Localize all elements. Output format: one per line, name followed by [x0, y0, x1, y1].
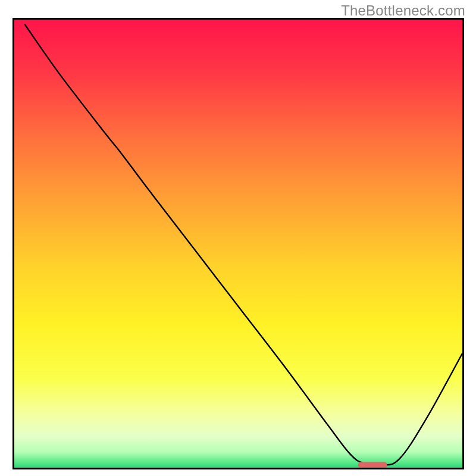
gradient-background [14, 20, 462, 468]
chart-svg [14, 20, 462, 468]
chart-area [12, 18, 464, 469]
optimal-marker [358, 462, 387, 468]
watermark-text: TheBottleneck.com [341, 2, 465, 19]
